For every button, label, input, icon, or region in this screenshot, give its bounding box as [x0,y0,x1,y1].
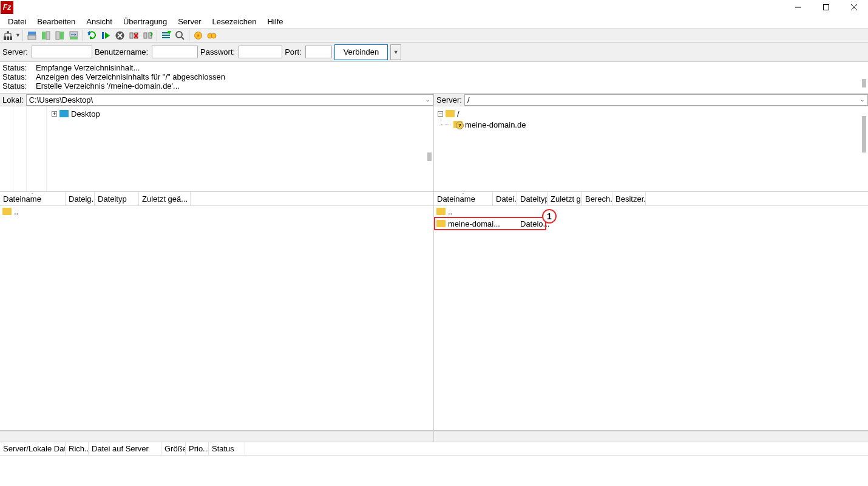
col-dateityp[interactable]: Dateityp [95,192,139,205]
menu-lesezeichen[interactable]: Lesezeichen [206,15,262,28]
log-pane[interactable]: Status:Empfange Verzeichnisinhalt... Sta… [0,62,868,94]
tree-expander[interactable]: + [52,111,57,117]
scrollbar-thumb[interactable] [427,152,432,161]
app-logo: Fz [1,1,13,14]
svg-rect-6 [10,36,12,40]
svg-rect-1 [824,5,829,10]
connect-button[interactable]: Verbinden [334,44,388,60]
col-groesse[interactable]: Größe [161,442,186,455]
col-prio[interactable]: Prio... [186,442,209,455]
list-item-highlighted[interactable]: meine-domai... Dateio... [434,217,546,230]
reconnect-icon[interactable] [141,29,155,43]
tree-item-label[interactable]: meine-domain.de [465,120,526,129]
col-zuletzt[interactable]: Zuletzt g... [548,192,582,205]
local-path-input[interactable]: C:\Users\Desktop\ ⌄ [26,94,433,106]
log-msg: Erstelle Verzeichnis '/meine-domain.de'.… [36,81,180,91]
site-manager-icon[interactable] [1,29,15,43]
svg-rect-27 [144,33,147,38]
col-datei-server[interactable]: Datei auf Server [89,442,161,455]
menu-server[interactable]: Server [172,15,206,28]
pass-label: Passwort: [200,47,235,56]
col-status[interactable]: Status [209,442,245,455]
col-server-local[interactable]: Server/Lokale Datei [0,442,66,455]
local-status [0,431,433,442]
compare-icon[interactable] [173,29,187,43]
remote-list-header: ˆDateiname Datei... Dateityp Zuletzt g..… [434,192,868,206]
toolbar: ▼ [0,29,868,43]
local-pathbar: Lokal: C:\Users\Desktop\ ⌄ [0,94,433,106]
file-name: meine-domai... [448,219,506,228]
svg-point-7 [7,31,9,33]
toggle-queue-icon[interactable] [67,29,81,43]
local-path-label: Lokal: [0,95,26,104]
svg-rect-11 [46,32,50,39]
svg-marker-19 [105,32,110,39]
folder-icon [436,208,446,215]
menu-bearbeiten[interactable]: Bearbeiten [32,15,81,28]
list-item[interactable]: .. [434,206,868,217]
folder-icon [2,208,12,215]
col-berechtigungen[interactable]: Berech... [582,192,612,205]
menu-datei[interactable]: Datei [2,15,32,28]
local-tree[interactable]: + Desktop [0,106,433,192]
toggle-remote-tree-icon[interactable] [53,29,67,43]
remote-tree[interactable]: − / meine-domain.de [434,106,868,192]
menu-ansicht[interactable]: Ansicht [81,15,118,28]
menubar: Datei Bearbeiten Ansicht Übertragung Ser… [0,15,868,29]
menu-uebertragung[interactable]: Übertragung [118,15,172,28]
connect-dropdown[interactable]: ▼ [390,44,401,60]
svg-rect-14 [70,32,78,36]
toggle-log-icon[interactable] [25,29,39,43]
col-dateiname[interactable]: ˆDateiname [0,192,66,205]
menu-hilfe[interactable]: Hilfe [262,15,288,28]
svg-rect-9 [28,35,36,39]
cancel-icon[interactable] [113,29,127,43]
list-item[interactable]: .. [0,206,433,217]
svg-rect-23 [130,33,133,38]
pass-input[interactable] [239,46,282,58]
log-label: Status: [2,63,36,72]
close-button[interactable] [840,0,868,15]
remote-path-input[interactable]: / ⌄ [464,94,868,106]
process-queue-icon[interactable] [99,29,113,43]
log-label: Status: [2,81,36,91]
scrollbar-thumb[interactable] [862,79,866,87]
maximize-button[interactable] [812,0,840,15]
tree-item-label[interactable]: Desktop [71,109,100,118]
site-manager-dropdown[interactable]: ▼ [15,32,21,38]
filter-icon[interactable] [159,29,173,43]
quickconnect-bar: Server: Benutzername: Passwort: Port: Ve… [0,43,868,62]
svg-rect-13 [60,32,64,39]
refresh-icon[interactable] [85,29,99,43]
svg-point-38 [211,33,216,38]
tree-item-label[interactable]: / [457,109,459,118]
col-besitzer[interactable]: Besitzer... [612,192,646,205]
svg-rect-10 [42,32,46,39]
col-dateiname[interactable]: ˆDateiname [434,192,493,205]
find-icon[interactable] [205,29,219,43]
remote-status [434,431,868,442]
col-zuletzt[interactable]: Zuletzt geä... [139,192,191,205]
svg-point-36 [197,34,200,36]
local-file-list[interactable]: ˆDateiname Dateig... Dateityp Zuletzt ge… [0,192,433,431]
disconnect-icon[interactable] [127,29,141,43]
col-datei[interactable]: Datei... [493,192,517,205]
port-input[interactable] [305,46,332,58]
col-dateityp[interactable]: Dateityp [517,192,548,205]
transfer-queue[interactable]: Server/Lokale Datei Rich... Datei auf Se… [0,442,868,473]
svg-rect-15 [70,37,78,39]
folder-icon [436,220,446,227]
svg-point-33 [176,32,182,38]
svg-rect-4 [4,36,6,40]
scrollbar-thumb[interactable] [862,116,866,152]
minimize-button[interactable] [784,0,812,15]
sync-browse-icon[interactable] [191,29,205,43]
remote-file-list[interactable]: ˆDateiname Datei... Dateityp Zuletzt g..… [434,192,868,431]
toggle-local-tree-icon[interactable] [39,29,53,43]
folder-unknown-icon [453,121,463,128]
server-input[interactable] [32,46,92,58]
folder-icon [59,110,69,117]
user-input[interactable] [152,46,198,58]
col-dateigroesse[interactable]: Dateig... [66,192,95,205]
col-richtung[interactable]: Rich... [66,442,89,455]
